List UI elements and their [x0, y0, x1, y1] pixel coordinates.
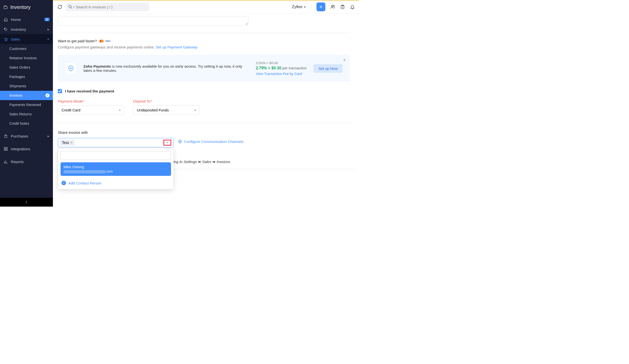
sidebar-nav: Home 1 Inventory ▶ Sales ▼ Customers Ret… — [0, 14, 53, 198]
setup-now-button[interactable]: Set up Now — [314, 64, 342, 73]
sidebar-item-retainer[interactable]: Retainer Invoices — [0, 53, 53, 63]
users-icon[interactable] — [330, 4, 335, 9]
setup-gateway-link[interactable]: Set up Payment Gateway — [156, 45, 198, 49]
visa-icon: VISA — [105, 40, 112, 42]
svg-point-1 — [5, 40, 5, 41]
deposit-to-group: Deposit To* Undeposited Funds ▾ — [133, 99, 200, 115]
add-invoice-icon[interactable]: + — [45, 94, 49, 97]
plus-circle-icon: + — [61, 181, 66, 185]
sidebar-item-invoices[interactable]: Invoices + — [0, 91, 53, 100]
mastercard-icon — [99, 39, 104, 43]
chevron-down-icon: ▾ — [194, 109, 196, 112]
notes-textarea[interactable] — [58, 16, 249, 26]
dropdown-item-mike[interactable]: Mike Oxlong .com — [61, 162, 171, 176]
integrations-icon — [3, 147, 8, 151]
tag-icon — [3, 27, 8, 31]
inventory-app-icon — [3, 5, 8, 9]
search-input[interactable] — [74, 4, 147, 10]
org-switcher[interactable]: Zylker ▾ — [292, 5, 306, 9]
sidebar-item-inventory[interactable]: Inventory ▶ — [0, 24, 53, 34]
remove-chip-icon[interactable]: ✕ — [70, 141, 73, 144]
app-header: Inventory — [0, 0, 53, 14]
sidebar-item-shipments[interactable]: Shipments — [0, 81, 53, 91]
chevron-right-icon: ▶ — [47, 135, 49, 137]
home-badge: 1 — [44, 18, 49, 21]
close-promo-icon[interactable]: ✕ — [343, 58, 346, 62]
payment-gateway-subtext: Configure payment gateways and receive p… — [58, 45, 350, 49]
card-brand-icons: VISA — [99, 39, 112, 43]
cart-icon — [3, 37, 8, 41]
sidebar-item-packages[interactable]: Packages — [0, 72, 53, 81]
chevron-down-icon: ▾ — [304, 5, 306, 9]
zoho-payments-icon — [65, 63, 77, 74]
content-scroll[interactable]: Want to get paid faster? VISA Configure … — [53, 13, 359, 207]
sidebar-item-salesorders[interactable]: Sales Orders — [0, 63, 53, 72]
zoho-payments-promo: Zoho Payments is now exclusively availab… — [58, 55, 350, 82]
payment-gateway-heading: Want to get paid faster? VISA — [58, 39, 350, 43]
sidebar-item-credit[interactable]: Credit Notes — [0, 119, 53, 128]
contact-email: .com — [63, 169, 168, 173]
share-recipient-input[interactable]: Tess ✕ Mike Oxlong .com — [58, 138, 173, 147]
svg-point-0 — [5, 28, 5, 28]
svg-point-7 — [69, 5, 71, 8]
svg-point-14 — [179, 141, 180, 142]
divider — [58, 33, 350, 33]
gear-icon — [178, 139, 182, 144]
sidebar-item-returns[interactable]: Sales Returns — [0, 110, 53, 119]
svg-point-2 — [6, 40, 7, 41]
bell-icon[interactable] — [350, 4, 355, 9]
svg-point-8 — [331, 5, 333, 7]
sidebar-item-sales[interactable]: Sales ▼ — [0, 34, 53, 44]
chevron-left-icon — [25, 200, 28, 204]
configure-channels-link[interactable]: Configure Communication Channels — [178, 139, 243, 144]
payment-received-checkbox[interactable] — [58, 89, 62, 93]
bag-icon — [3, 134, 8, 138]
payment-mode-group: Payment Mode* Credit Card ▾ — [58, 99, 124, 115]
app-name: Inventory — [10, 4, 30, 10]
sidebar-item-payments[interactable]: Payments Received — [0, 100, 53, 110]
deposit-to-select[interactable]: Undeposited Funds ▾ — [133, 105, 200, 115]
promo-text: Zoho Payments is now exclusively availab… — [83, 64, 249, 73]
svg-rect-5 — [4, 149, 5, 150]
share-section: Share invoice with Tess ✕ — [58, 123, 350, 164]
chevron-up-icon — [166, 141, 169, 144]
sidebar-collapse-button[interactable] — [0, 198, 53, 207]
recipient-dropdown: Mike Oxlong .com + Add Contact Person — [58, 148, 174, 189]
quick-add-button[interactable] — [316, 2, 325, 11]
chart-icon — [3, 159, 8, 164]
share-title: Share invoice with — [58, 130, 350, 134]
home-icon — [3, 17, 8, 22]
payment-mode-label: Payment Mode* — [58, 99, 124, 103]
payment-received-row: I have received the payment — [58, 89, 350, 93]
sidebar-item-integrations[interactable]: Integrations — [0, 144, 53, 154]
chevron-down-icon: ▼ — [47, 38, 49, 41]
svg-text:VISA: VISA — [105, 40, 111, 42]
deposit-to-label: Deposit To* — [133, 99, 200, 103]
recipient-chip: Tess ✕ — [60, 140, 75, 146]
promo-pricing: 2.90% + $0.30 2.79% + $0.30 per transact… — [256, 61, 307, 76]
fee-link[interactable]: View Transaction Fee by Card — [256, 72, 307, 76]
svg-rect-4 — [6, 147, 7, 148]
sidebar: Inventory Home 1 Inventory ▶ — [0, 0, 53, 207]
chevron-down-icon: ▾ — [119, 109, 121, 112]
sidebar-item-reports[interactable]: Reports — [0, 157, 53, 166]
chevron-right-icon: ▶ — [47, 28, 49, 31]
main-area: ▾ Zylker ▾ | — [53, 0, 359, 207]
clipboard-icon[interactable] — [340, 4, 345, 9]
sidebar-item-home[interactable]: Home 1 — [0, 14, 53, 24]
search-bar[interactable]: ▾ — [66, 3, 149, 11]
payment-received-label: I have received the payment — [65, 89, 114, 93]
sidebar-item-purchases[interactable]: Purchases ▶ — [0, 131, 53, 141]
add-contact-person[interactable]: + Add Contact Person — [61, 179, 171, 187]
topbar: ▾ Zylker ▾ | — [53, 0, 359, 13]
chip-dropdown-toggle[interactable] — [163, 140, 171, 146]
search-icon — [68, 5, 73, 9]
svg-rect-6 — [6, 149, 7, 150]
payment-mode-select[interactable]: Credit Card ▾ — [58, 105, 124, 115]
dropdown-search-input[interactable] — [61, 151, 171, 160]
svg-rect-3 — [4, 147, 5, 148]
svg-point-9 — [333, 5, 334, 6]
reload-button[interactable] — [57, 4, 62, 9]
sidebar-item-customers[interactable]: Customers — [0, 44, 53, 53]
plus-icon — [319, 5, 323, 9]
